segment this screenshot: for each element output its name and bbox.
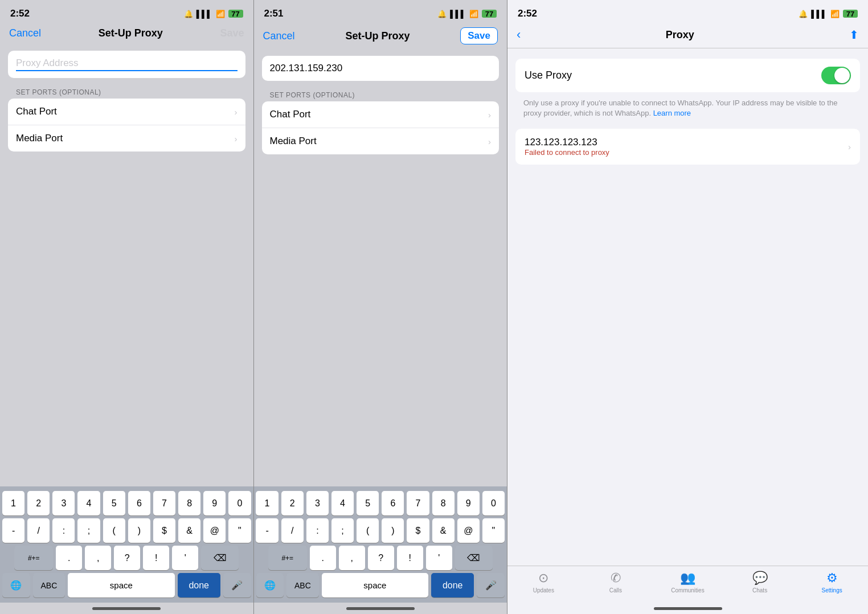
key-done-2[interactable]: done [431,573,474,597]
key-comma-1[interactable]: , [85,546,111,570]
key-9-1[interactable]: 9 [203,491,226,515]
key-dash-1[interactable]: - [2,518,24,543]
media-port-row-2[interactable]: Media Port › [262,128,499,154]
key-9-2[interactable]: 9 [457,491,480,515]
share-button[interactable]: ⬆ [849,28,859,42]
chat-port-row-1[interactable]: Chat Port › [8,99,245,125]
key-mic-1[interactable]: 🎤 [223,573,251,597]
key-globe-2[interactable]: 🌐 [256,573,284,597]
key-3-1[interactable]: 3 [52,491,75,515]
key-2-2[interactable]: 2 [281,491,304,515]
key-0-2[interactable]: 0 [482,491,505,515]
key-abc-2[interactable]: ABC [286,573,318,597]
use-proxy-toggle[interactable] [821,67,851,84]
cancel-button-2[interactable]: Cancel [263,30,295,42]
key-7-1[interactable]: 7 [153,491,175,515]
key-delete-1[interactable]: ⌫ [201,546,239,570]
key-1-2[interactable]: 1 [256,491,278,515]
learn-more-link[interactable]: Learn more [653,109,691,117]
key-semi-2[interactable]: ; [331,518,354,543]
key-delete-2[interactable]: ⌫ [455,546,493,570]
proxy-address-input-1[interactable] [16,58,238,71]
key-question-1[interactable]: ? [114,546,140,570]
tab-settings[interactable]: ⚙ Settings [796,571,868,593]
key-close-1[interactable]: ) [128,518,150,543]
nav-bar-1: Cancel Set-Up Proxy Save [0,25,253,44]
key-2-1[interactable]: 2 [27,491,50,515]
chat-port-row-2[interactable]: Chat Port › [262,101,499,128]
key-open-2[interactable]: ( [357,518,379,543]
key-6-2[interactable]: 6 [382,491,404,515]
tab-chats[interactable]: 💬 Chats [724,571,796,593]
key-amp-2[interactable]: & [432,518,455,543]
key-space-1[interactable]: space [68,573,175,597]
key-slash-2[interactable]: / [281,518,304,543]
key-at-1[interactable]: @ [203,518,226,543]
key-quote-2[interactable]: " [482,518,505,543]
key-mic-2[interactable]: 🎤 [477,573,505,597]
home-bar-2 [346,607,415,610]
bell-icon-2: 🔔 [437,10,447,18]
proxy-address-row[interactable]: 123.123.123.123 Failed to connect to pro… [515,129,860,165]
key-done-1[interactable]: done [178,573,220,597]
key-3-2[interactable]: 3 [306,491,329,515]
media-port-row-1[interactable]: Media Port › [8,125,245,152]
home-indicator-2 [254,603,507,614]
key-4-2[interactable]: 4 [331,491,354,515]
tab-bar: ⊙ Updates ✆ Calls 👥 Communities 💬 Chats … [507,566,868,603]
key-exclaim-1[interactable]: ! [143,546,169,570]
key-amp-1[interactable]: & [178,518,200,543]
wifi-icon-2: 📶 [469,10,478,18]
key-colon-1[interactable]: : [52,518,75,543]
key-8-1[interactable]: 8 [178,491,200,515]
panel-proxy-settings: 2:52 🔔 ▌▌▌ 📶 77 ‹ Proxy ⬆ Use Proxy Only… [507,0,868,614]
key-5-2[interactable]: 5 [357,491,379,515]
ports-list-1: Chat Port › Media Port › [8,99,245,152]
key-apos-1[interactable]: ' [172,546,198,570]
key-5-1[interactable]: 5 [103,491,125,515]
key-6-1[interactable]: 6 [128,491,150,515]
key-dot-1[interactable]: . [56,546,82,570]
key-open-1[interactable]: ( [103,518,125,543]
key-4-1[interactable]: 4 [77,491,100,515]
key-globe-1[interactable]: 🌐 [2,573,30,597]
tab-calls[interactable]: ✆ Calls [580,571,652,593]
key-sym-2[interactable]: #+= [268,546,307,570]
cancel-button-1[interactable]: Cancel [9,27,41,39]
key-dot-2[interactable]: . [310,546,336,570]
key-abc-1[interactable]: ABC [33,573,65,597]
key-dash-2[interactable]: - [256,518,278,543]
calls-label: Calls [609,587,622,593]
panel-empty-proxy: 2:52 🔔 ▌▌▌ 📶 77 Cancel Set-Up Proxy Save… [0,0,253,614]
key-1-1[interactable]: 1 [2,491,24,515]
key-question-2[interactable]: ? [368,546,394,570]
proxy-address-input-2[interactable] [270,63,492,74]
tab-updates[interactable]: ⊙ Updates [507,571,580,593]
tab-communities[interactable]: 👥 Communities [652,571,724,593]
signal-icon-1: ▌▌▌ [196,10,212,18]
key-exclaim-2[interactable]: ! [397,546,423,570]
key-8-2[interactable]: 8 [432,491,455,515]
key-7-2[interactable]: 7 [407,491,429,515]
save-button-2[interactable]: Save [460,27,498,44]
keyboard-row-sym-2: - / : ; ( ) $ & @ " [256,518,505,543]
keyboard-row-action-2: 🌐 ABC space done 🎤 [256,573,505,597]
key-colon-2[interactable]: : [306,518,329,543]
wifi-icon-1: 📶 [216,10,225,18]
save-button-1[interactable]: Save [220,27,244,39]
toggle-thumb [834,68,850,83]
key-quote-1[interactable]: " [228,518,251,543]
key-at-2[interactable]: @ [457,518,480,543]
key-close-2[interactable]: ) [382,518,404,543]
key-0-1[interactable]: 0 [228,491,251,515]
bell-icon-1: 🔔 [184,10,193,18]
key-sym-1[interactable]: #+= [14,546,53,570]
key-apos-2[interactable]: ' [426,546,452,570]
back-button[interactable]: ‹ [517,27,521,42]
key-semi-1[interactable]: ; [77,518,100,543]
key-dollar-1[interactable]: $ [153,518,175,543]
key-comma-2[interactable]: , [339,546,365,570]
key-dollar-2[interactable]: $ [407,518,429,543]
key-slash-1[interactable]: / [27,518,50,543]
key-space-2[interactable]: space [322,573,429,597]
